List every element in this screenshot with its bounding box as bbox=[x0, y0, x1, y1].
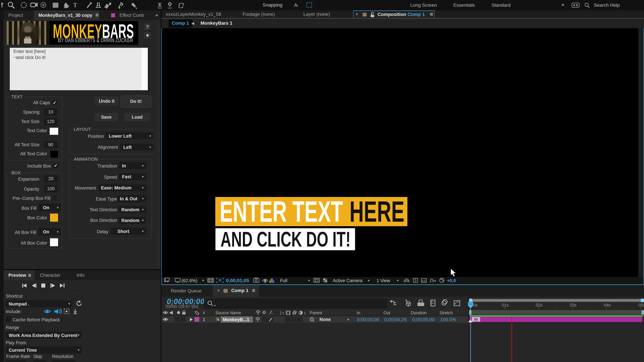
svg-text:T: T bbox=[73, 2, 77, 9]
